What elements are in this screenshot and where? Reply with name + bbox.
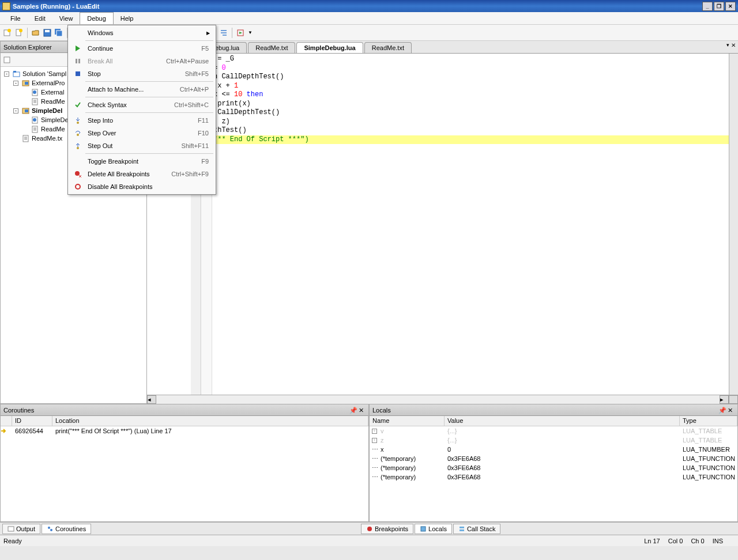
col-id[interactable]: ID	[12, 416, 52, 426]
status-line: Ln 17	[644, 538, 660, 544]
saveall-button[interactable]	[54, 28, 64, 38]
locals-row[interactable]: +z{...}LUA_TTABLE	[370, 436, 737, 445]
status-ready: Ready	[3, 538, 22, 544]
col-type[interactable]: Type	[680, 416, 737, 426]
locals-row[interactable]: ⋯(*temporary)0x3FE6A68LUA_TFUNCTION	[370, 463, 737, 472]
svg-point-28	[77, 147, 79, 149]
col-value[interactable]: Value	[445, 416, 680, 426]
svg-rect-37	[460, 529, 464, 531]
menu-file[interactable]: File	[3, 12, 28, 24]
code-area[interactable]: = _G= 0n CallDepthTest() x + 1x <= 10 th…	[147, 54, 738, 395]
svg-point-26	[77, 122, 79, 124]
title-bar: Samples (Running) - LuaEdit _ ❐ ✕	[0, 0, 738, 12]
svg-rect-10	[13, 72, 20, 77]
bottom-tab-call-stack[interactable]: Call Stack	[453, 524, 501, 534]
svg-rect-13	[25, 82, 28, 85]
svg-point-15	[33, 90, 36, 94]
svg-rect-24	[78, 59, 80, 63]
svg-rect-35	[421, 527, 426, 531]
run-button[interactable]	[235, 28, 246, 38]
pin-icon[interactable]: 📌	[349, 407, 356, 414]
coroutines-title: Coroutines	[3, 407, 34, 414]
svg-rect-18	[25, 109, 28, 112]
editor-tab[interactable]: ReadMe.txt	[364, 42, 412, 53]
bottom-tab-locals[interactable]: Locals	[415, 524, 452, 534]
menu-help[interactable]: Help	[114, 12, 141, 24]
svg-point-27	[77, 134, 79, 136]
svg-rect-36	[460, 527, 464, 528]
svg-point-30	[76, 184, 80, 189]
window-title: Samples (Running) - LuaEdit	[13, 3, 99, 10]
refresh-button[interactable]	[3, 56, 11, 64]
coroutine-row[interactable]: 66926544print("*** End Of Script ***") (…	[1, 426, 368, 436]
debug-menu-continue[interactable]: ContinueF5	[69, 42, 214, 55]
svg-point-3	[19, 29, 22, 32]
indent-button[interactable]	[219, 28, 229, 38]
debug-menu-step-into[interactable]: Step IntoF11	[69, 114, 214, 127]
menu-bar: File Edit View Debug Help	[0, 12, 738, 25]
maximize-button[interactable]: ❐	[714, 2, 724, 11]
locals-list[interactable]: +v{...}LUA_TTABLE+z{...}LUA_TTABLE⋯x0LUA…	[370, 426, 737, 521]
bottom-tab-breakpoints[interactable]: Breakpoints	[361, 524, 413, 534]
svg-rect-25	[76, 71, 80, 76]
bottom-tab-coroutines[interactable]: Coroutines	[42, 524, 91, 534]
vertical-scrollbar[interactable]	[729, 54, 738, 395]
svg-point-34	[367, 527, 372, 531]
bottom-tab-output[interactable]: Output	[2, 524, 40, 534]
col-name[interactable]: Name	[370, 416, 445, 426]
app-icon	[2, 2, 10, 10]
debug-menu-stop[interactable]: StopShift+F5	[69, 67, 214, 80]
svg-point-29	[75, 171, 80, 176]
minimize-button[interactable]: _	[702, 2, 713, 11]
coroutines-panel: Coroutines 📌 ✕ ID Location 66926544print…	[0, 404, 369, 522]
menu-view[interactable]: View	[52, 12, 80, 24]
svg-point-20	[33, 118, 36, 122]
debug-menu-step-over[interactable]: Step OverF10	[69, 127, 214, 139]
close-icon[interactable]: ✕	[728, 407, 735, 414]
svg-rect-23	[76, 59, 77, 63]
close-icon[interactable]: ✕	[359, 407, 366, 414]
svg-rect-5	[45, 30, 50, 32]
locals-row[interactable]: +v{...}LUA_TTABLE	[370, 426, 737, 436]
close-button[interactable]: ✕	[725, 2, 736, 11]
svg-point-33	[50, 529, 52, 531]
locals-row[interactable]: ⋯(*temporary)0x3FE6A68LUA_TFUNCTION	[370, 454, 737, 463]
menu-debug[interactable]: Debug	[80, 12, 113, 24]
new-project-button[interactable]	[2, 28, 13, 38]
save-button[interactable]	[42, 28, 52, 38]
status-ch: Ch 0	[691, 538, 704, 544]
tab-close-icon[interactable]: ✕	[731, 42, 736, 48]
dropdown-arrow-icon[interactable]: ▼	[247, 30, 254, 35]
open-button[interactable]	[31, 28, 41, 38]
locals-panel: Locals 📌 ✕ Name Value Type +v{...}LUA_TT…	[369, 404, 738, 522]
code-editor: ebug.luaReadMe.txtSimpleDebug.luaReadMe.…	[147, 41, 738, 404]
bottom-tabs: OutputCoroutines BreakpointsLocalsCall S…	[0, 522, 738, 535]
debug-menu-check-syntax[interactable]: Check SyntaxCtrl+Shift+C	[69, 99, 214, 111]
debug-dropdown-menu: Windows▶ContinueF5Break AllCtrl+Alt+Paus…	[67, 25, 216, 195]
menu-edit[interactable]: Edit	[28, 12, 52, 24]
svg-rect-31	[8, 527, 14, 531]
pin-icon[interactable]: 📌	[718, 407, 725, 414]
debug-menu-disable-all-breakpoints[interactable]: Disable All Breakpoints	[69, 180, 214, 193]
editor-tab[interactable]: ReadMe.txt	[248, 42, 295, 53]
locals-row[interactable]: ⋯x0LUA_TNUMBER	[370, 445, 737, 454]
debug-menu-delete-all-breakpoints[interactable]: Delete All BreakpointsCtrl+Shift+F9	[69, 168, 214, 180]
debug-menu-windows[interactable]: Windows▶	[69, 27, 214, 39]
debug-menu-attach-to-machine-[interactable]: Attach to Machine...Ctrl+Alt+P	[69, 83, 214, 96]
locals-row[interactable]: ⋯(*temporary)0x3FE6A68LUA_TFUNCTION	[370, 472, 737, 482]
scroll-left-button[interactable]: ◂	[147, 395, 156, 404]
debug-menu-toggle-breakpoint[interactable]: Toggle BreakpointF9	[69, 155, 214, 168]
status-col: Col 0	[668, 538, 683, 544]
editor-tabs: ebug.luaReadMe.txtSimpleDebug.luaReadMe.…	[147, 41, 738, 54]
col-location[interactable]: Location	[52, 416, 368, 426]
editor-tab[interactable]: SimpleDebug.lua	[296, 42, 363, 53]
horizontal-scrollbar[interactable]: ◂ ▸	[147, 395, 738, 404]
scroll-right-button[interactable]: ▸	[720, 395, 729, 404]
debug-menu-break-all[interactable]: Break AllCtrl+Alt+Pause	[69, 55, 214, 67]
svg-rect-9	[4, 57, 10, 63]
tab-dropdown-icon[interactable]: ▾	[726, 42, 729, 48]
coroutines-list[interactable]: 66926544print("*** End Of Script ***") (…	[1, 426, 368, 521]
debug-menu-step-out[interactable]: Step OutShift+F11	[69, 139, 214, 152]
status-ins: INS	[713, 538, 723, 544]
new-file-button[interactable]	[14, 28, 24, 38]
